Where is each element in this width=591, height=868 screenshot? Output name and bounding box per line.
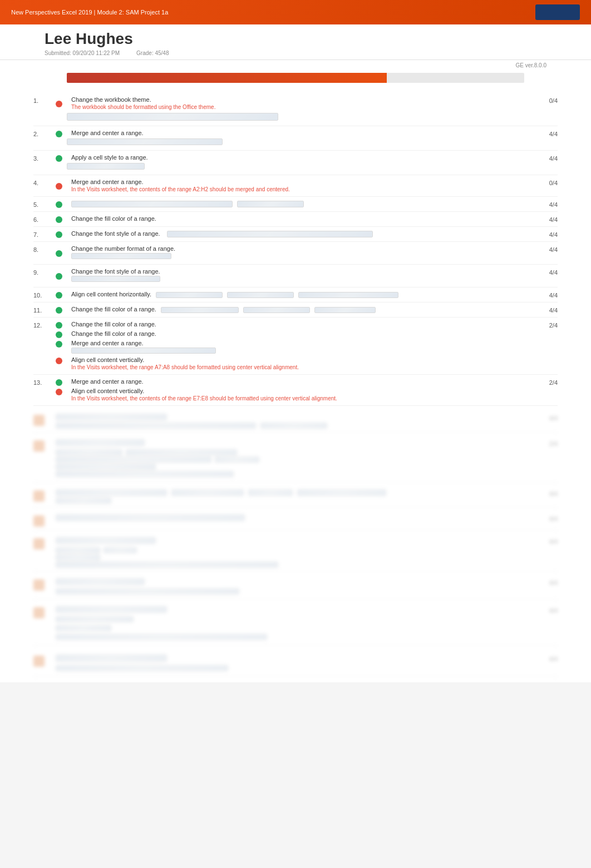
task-main-text: Merge and center a range. bbox=[71, 178, 290, 185]
task-main-text: Change the fill color of a range. bbox=[71, 215, 156, 222]
task-screenshot bbox=[67, 113, 278, 121]
task-status-icon bbox=[56, 272, 67, 280]
task-item: 11. Change the fill color of a range. 4/… bbox=[33, 302, 558, 318]
task-status-icon bbox=[56, 130, 67, 137]
content-area: 1. Change the workbook theme. The workbo… bbox=[0, 87, 591, 682]
blurred-text bbox=[56, 439, 145, 446]
task-content: Change the fill color of a range. bbox=[56, 306, 541, 314]
task-score: 4/4 bbox=[541, 537, 558, 545]
task-item: 4/4 bbox=[33, 410, 558, 433]
task-error-text: In the Visits worksheet, the contents of… bbox=[71, 395, 337, 401]
task-screenshot-2 bbox=[243, 307, 310, 313]
blurred-text bbox=[56, 449, 122, 455]
blurred-text bbox=[104, 547, 137, 553]
task-screenshot-3 bbox=[298, 292, 398, 298]
task-main-text: Change the number format of a range. bbox=[71, 245, 175, 252]
task-content bbox=[56, 578, 541, 596]
task-status-icon bbox=[56, 321, 67, 329]
task-score: 2/4 bbox=[541, 439, 558, 447]
task-score: 4/4 bbox=[541, 230, 558, 238]
task-content bbox=[56, 606, 541, 642]
task-screenshot-2 bbox=[237, 201, 304, 207]
blurred-text bbox=[56, 616, 134, 622]
blurred-text bbox=[56, 547, 100, 553]
task-main-text: Change the workbook theme. bbox=[71, 96, 215, 103]
grade: Grade: 45/48 bbox=[136, 50, 169, 56]
task-status-icon bbox=[56, 340, 67, 348]
task-content bbox=[56, 489, 541, 504]
task-content: Change the font style of a range. bbox=[56, 230, 541, 238]
task-item: 2/4 bbox=[33, 436, 558, 483]
header-bar: New Perspectives Excel 2019 | Module 2: … bbox=[0, 0, 591, 24]
task-number: 6. bbox=[33, 215, 56, 223]
task-number bbox=[33, 537, 56, 549]
blurred-text bbox=[56, 537, 156, 544]
student-section: Lee Hughes Submitted: 09/20/20 11:22 PM … bbox=[0, 24, 591, 60]
task-score: 4/4 bbox=[541, 654, 558, 662]
task-content: Change the workbook theme. The workbook … bbox=[56, 96, 541, 122]
blurred-text bbox=[56, 464, 156, 470]
blurred-text bbox=[56, 634, 267, 640]
task-number: 12. bbox=[33, 321, 56, 329]
task-number: 13. bbox=[33, 378, 56, 386]
blurred-text bbox=[56, 578, 145, 585]
task-number bbox=[33, 606, 56, 618]
blurred-text bbox=[297, 489, 386, 496]
task-status-icon bbox=[56, 230, 67, 238]
task-main-text: Change the font style of a range. bbox=[71, 230, 160, 237]
task-main-text: Merge and center a range. bbox=[71, 378, 144, 385]
task-main-text: Change the fill color of a range. bbox=[71, 321, 156, 328]
task-screenshot bbox=[67, 138, 223, 145]
task-screenshot bbox=[71, 253, 171, 259]
task-status-icon bbox=[56, 388, 67, 395]
task-score: 4/4 bbox=[541, 245, 558, 253]
task-status-icon bbox=[56, 249, 67, 257]
task-item: 4/4 bbox=[33, 651, 558, 677]
task-item: 4. Merge and center a range. In the Visi… bbox=[33, 175, 558, 197]
task-main-text: Change the fill color of a range. bbox=[71, 330, 156, 337]
progress-fill bbox=[67, 73, 387, 83]
blurred-text bbox=[248, 489, 293, 496]
task-content: Merge and center a range. In the Visits … bbox=[56, 178, 541, 193]
submission-date: Submitted: 09/20/20 11:22 PM bbox=[45, 50, 120, 56]
task-item: 8. Change the number format of a range. … bbox=[33, 242, 558, 265]
task-item: 3. Apply a cell style to a range. 4/4 bbox=[33, 151, 558, 175]
version-line: GE ver.8.0.0 bbox=[0, 60, 591, 71]
task-content bbox=[56, 439, 541, 479]
task-score: 4/4 bbox=[541, 578, 558, 586]
task-screenshot bbox=[71, 276, 160, 282]
task-number: 8. bbox=[33, 245, 56, 253]
header-title: New Perspectives Excel 2019 | Module 2: … bbox=[11, 9, 168, 16]
task-main-text: Change the font style of a range. bbox=[71, 268, 160, 275]
task-item: 2. Merge and center a range. 4/4 bbox=[33, 126, 558, 151]
task-screenshot bbox=[167, 231, 373, 237]
task-number: 5. bbox=[33, 200, 56, 208]
blurred-text bbox=[56, 625, 111, 631]
task-screenshot bbox=[71, 201, 233, 207]
task-number bbox=[33, 414, 56, 426]
task-score: 4/4 bbox=[541, 489, 558, 497]
task-item: 4/4 bbox=[33, 603, 558, 646]
blurred-section-1: 4/4 bbox=[33, 410, 558, 677]
task-item: 7. Change the font style of a range. 4/4 bbox=[33, 227, 558, 242]
task-score: 4/4 bbox=[541, 414, 558, 421]
blurred-text bbox=[56, 665, 228, 671]
task-number bbox=[33, 489, 56, 502]
blurred-text bbox=[56, 562, 278, 568]
task-item: 4/4 bbox=[33, 534, 558, 572]
task-status-icon bbox=[56, 215, 67, 223]
task-content bbox=[56, 200, 541, 208]
task-status-icon bbox=[56, 182, 67, 190]
task-content: Change the font style of a range. bbox=[56, 268, 541, 284]
task-main-text: Apply a cell style to a range. bbox=[71, 154, 148, 161]
task-number: 3. bbox=[33, 154, 56, 162]
progress-bar bbox=[67, 73, 524, 83]
task-main-text: Align cell content vertically. bbox=[71, 388, 337, 394]
task-number: 7. bbox=[33, 230, 56, 238]
task-score: 0/4 bbox=[541, 178, 558, 186]
blurred-text bbox=[56, 514, 245, 521]
blurred-text bbox=[56, 554, 100, 561]
task-screenshot bbox=[156, 292, 223, 298]
task-content bbox=[56, 654, 541, 673]
task-number bbox=[33, 514, 56, 527]
